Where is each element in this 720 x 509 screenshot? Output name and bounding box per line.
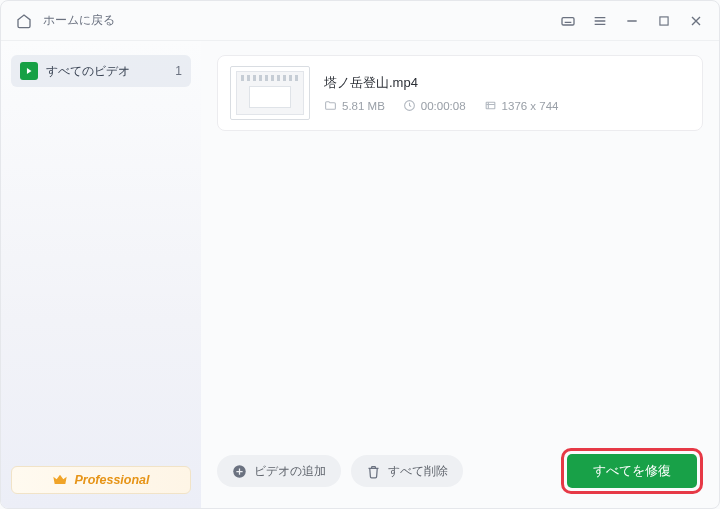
add-video-button[interactable]: ビデオの追加 (217, 455, 341, 487)
home-icon[interactable] (15, 12, 33, 30)
maximize-icon[interactable] (655, 12, 673, 30)
repair-button-highlight: すべてを修復 (561, 448, 703, 494)
remove-all-label: すべて削除 (388, 463, 448, 480)
svg-rect-3 (486, 102, 495, 109)
add-video-label: ビデオの追加 (254, 463, 326, 480)
file-meta: 5.81 MB 00:00:08 1376 x 744 (324, 99, 690, 112)
file-info: 塔ノ岳登山.mp4 5.81 MB 00:00:08 1376 x 744 (324, 74, 690, 112)
file-area: 塔ノ岳登山.mp4 5.81 MB 00:00:08 1376 x 744 (217, 55, 703, 436)
repair-all-button[interactable]: すべてを修復 (567, 454, 697, 488)
professional-badge[interactable]: Professional (11, 466, 191, 494)
menu-icon[interactable] (591, 12, 609, 30)
file-dimensions-meta: 1376 x 744 (484, 99, 559, 112)
file-size: 5.81 MB (342, 100, 385, 112)
sidebar-item-count: 1 (175, 64, 182, 78)
plus-circle-icon (232, 464, 247, 479)
sidebar-item-label: すべてのビデオ (46, 63, 167, 80)
minimize-icon[interactable] (623, 12, 641, 30)
file-duration-meta: 00:00:08 (403, 99, 466, 112)
file-name: 塔ノ岳登山.mp4 (324, 74, 690, 92)
main: 塔ノ岳登山.mp4 5.81 MB 00:00:08 1376 x 744 (201, 41, 719, 508)
repair-all-label: すべてを修復 (593, 462, 671, 480)
close-icon[interactable] (687, 12, 705, 30)
clock-icon (403, 99, 416, 112)
titlebar: ホームに戻る (1, 1, 719, 41)
remove-all-button[interactable]: すべて削除 (351, 455, 463, 487)
svg-rect-0 (562, 17, 574, 24)
crown-icon (52, 472, 68, 488)
footer: ビデオの追加 すべて削除 すべてを修復 (217, 436, 703, 494)
trash-icon (366, 464, 381, 479)
svg-rect-1 (660, 16, 668, 24)
file-dimensions: 1376 x 744 (502, 100, 559, 112)
file-duration: 00:00:08 (421, 100, 466, 112)
content: すべてのビデオ 1 Professional 塔ノ岳登山.mp4 5.81 (1, 41, 719, 508)
file-card[interactable]: 塔ノ岳登山.mp4 5.81 MB 00:00:08 1376 x 744 (217, 55, 703, 131)
video-icon (20, 62, 38, 80)
titlebar-right (559, 12, 705, 30)
sidebar-list: すべてのビデオ 1 (11, 55, 191, 466)
file-thumbnail (230, 66, 310, 120)
home-label[interactable]: ホームに戻る (43, 12, 115, 29)
titlebar-left: ホームに戻る (15, 12, 549, 30)
professional-label: Professional (74, 473, 149, 487)
folder-icon (324, 99, 337, 112)
sidebar: すべてのビデオ 1 Professional (1, 41, 201, 508)
dimensions-icon (484, 99, 497, 112)
keyboard-icon[interactable] (559, 12, 577, 30)
sidebar-item-all-videos[interactable]: すべてのビデオ 1 (11, 55, 191, 87)
file-size-meta: 5.81 MB (324, 99, 385, 112)
